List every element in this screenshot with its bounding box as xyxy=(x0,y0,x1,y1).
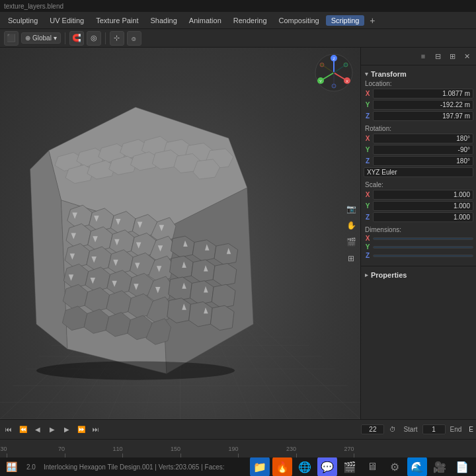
taskbar-cinema[interactable]: 🎥 xyxy=(430,457,450,476)
status-file-icon[interactable]: 🪟 xyxy=(4,459,19,474)
menu-scripting[interactable]: Scripting xyxy=(326,15,365,26)
menu-texture-paint[interactable]: Texture Paint xyxy=(91,15,143,26)
menu-compositing[interactable]: Compositing xyxy=(274,15,325,26)
ruler-tick-110: 110 xyxy=(122,454,123,457)
viewport-hand-icon[interactable]: ✋ xyxy=(344,218,358,233)
menu-rendering[interactable]: Rendering xyxy=(228,15,272,26)
dim-x-row: X xyxy=(364,235,473,242)
rotation-group: Rotation: X 180° Y -90° Z 180° XYZ Euler xyxy=(364,125,473,177)
timeline-start-frame[interactable]: 1 xyxy=(422,424,446,434)
properties-header[interactable]: Properties xyxy=(364,269,473,281)
timeline-prev-keyframe-btn[interactable]: ⏪ xyxy=(17,424,29,436)
timer-icon[interactable]: ⏱ xyxy=(387,424,399,436)
taskbar-terminal[interactable]: 🖥 xyxy=(362,457,382,476)
rotation-y-axis: Y xyxy=(364,146,372,153)
svg-point-122 xyxy=(320,63,324,67)
title-text: texture_layers.blend xyxy=(4,3,63,10)
panel-icon-3[interactable]: ⊞ xyxy=(446,50,459,63)
transform-orient-icon[interactable]: ⌾ xyxy=(127,31,141,46)
global-transform-button[interactable]: ⊕ Global ▾ xyxy=(21,32,61,44)
menu-sculpting[interactable]: Sculpting xyxy=(3,15,43,26)
rotation-y-value[interactable]: -90° xyxy=(373,145,473,155)
timeline-play-btn[interactable]: ▶ xyxy=(46,424,58,436)
taskbar-discord[interactable]: 💬 xyxy=(317,457,337,476)
menu-shading[interactable]: Shading xyxy=(145,15,182,26)
viewport-camera-icon[interactable]: 📷 xyxy=(344,202,358,216)
timeline-end-btn[interactable]: ⏭ xyxy=(90,424,102,436)
frame-ruler[interactable]: 30 70 110 150 190 230 270 xyxy=(0,439,476,457)
timeline-next-keyframe-btn[interactable]: ⏩ xyxy=(75,424,87,436)
version-text: 2.0 xyxy=(26,463,36,471)
viewport-gizmo[interactable]: Z X Y xyxy=(314,53,354,93)
scale-x-axis: X xyxy=(364,191,372,198)
taskbar-files[interactable]: 📁 xyxy=(250,457,270,476)
transform-section: Transform Location: X 1.0877 m Y -192.22… xyxy=(361,65,476,266)
location-z-row: Z 197.97 m xyxy=(364,111,473,121)
status-bar: 🪟 2.0 Interlocking Hexagon Tile Design.0… xyxy=(0,457,476,476)
timeline-next-frame-btn[interactable]: ▶ xyxy=(61,424,73,436)
transform-header[interactable]: Transform xyxy=(364,68,473,80)
svg-point-108 xyxy=(36,362,235,380)
viewport-3d[interactable]: Z X Y 📷 ✋ 🎬 ⊞ xyxy=(0,48,360,419)
proportional-edit-icon[interactable]: ◎ xyxy=(87,31,101,46)
viewport-render-icon[interactable]: 🎬 xyxy=(344,235,358,249)
taskbar-edge[interactable]: 🌊 xyxy=(407,457,427,476)
dim-z-value[interactable] xyxy=(373,255,473,257)
viewport-mode-icon[interactable]: ⬛ xyxy=(4,31,19,46)
ruler-tick-70: 70 xyxy=(65,454,65,457)
snap-icon[interactable]: 🧲 xyxy=(69,31,84,46)
scale-x-value[interactable]: 1.000 xyxy=(373,190,473,200)
location-z-value[interactable]: 197.97 m xyxy=(373,111,473,121)
dim-x-value[interactable] xyxy=(373,237,473,240)
panel-icon-2[interactable]: ⊟ xyxy=(431,50,444,63)
panel-icon-1[interactable]: ≡ xyxy=(416,50,430,63)
rotation-x-value[interactable]: 180° xyxy=(373,134,473,143)
scale-label: Scale: xyxy=(364,181,473,188)
euler-mode-value[interactable]: XYZ Euler xyxy=(364,167,473,177)
menu-uv-editing[interactable]: UV Editing xyxy=(44,15,89,26)
content-area: Z X Y 📷 ✋ 🎬 ⊞ xyxy=(0,48,476,419)
scale-z-value[interactable]: 1.000 xyxy=(373,212,473,222)
timeline-start-btn[interactable]: ⏮ xyxy=(3,424,15,436)
scale-y-axis: Y xyxy=(364,202,372,210)
taskbar-settings[interactable]: ⚙ xyxy=(385,457,405,476)
taskbar-chrome[interactable]: 🌐 xyxy=(295,457,315,476)
menu-animation[interactable]: Animation xyxy=(184,15,227,26)
taskbar-notepads[interactable]: 📄 xyxy=(452,457,472,476)
timeline-prev-frame-btn[interactable]: ◀ xyxy=(32,424,44,436)
dimensions-label: Dimensions: xyxy=(364,226,473,233)
ruler-tick-230: 230 xyxy=(296,454,297,457)
timeline-area: ⏮ ⏪ ◀ ▶ ▶ ⏩ ⏭ 22 ⏱ Start 1 End E xyxy=(0,419,476,439)
add-workspace-button[interactable]: + xyxy=(366,14,379,27)
panel-close-icon[interactable]: ✕ xyxy=(460,50,473,63)
location-y-row: Y -192.22 m xyxy=(364,100,473,110)
rotation-z-axis: Z xyxy=(364,157,372,165)
taskbar-apps: 📁 🔥 🌐 💬 🎬 🖥 ⚙ 🌊 🎥 📄 xyxy=(250,457,472,476)
scale-y-value[interactable]: 1.000 xyxy=(373,201,473,211)
location-z-axis: Z xyxy=(364,112,372,120)
svg-text:Z: Z xyxy=(333,57,335,61)
dim-y-value[interactable] xyxy=(373,246,473,249)
global-icon: ⊕ xyxy=(25,34,30,42)
location-x-value[interactable]: 1.0877 m xyxy=(373,89,473,99)
ruler-tick-190: 190 xyxy=(238,454,239,457)
timeline-start-label: Start xyxy=(401,426,419,433)
scale-group: Scale: X 1.000 Y 1.000 Z 1.000 xyxy=(364,181,473,222)
taskbar-blender[interactable]: 🔥 xyxy=(272,457,292,476)
scale-z-row: Z 1.000 xyxy=(364,212,473,222)
end-frame-indicator: E xyxy=(469,426,473,433)
location-y-value[interactable]: -192.22 m xyxy=(373,100,473,110)
rotation-x-axis: X xyxy=(364,135,372,142)
taskbar-videos[interactable]: 🎬 xyxy=(340,457,360,476)
transform-pivot-icon[interactable]: ⊹ xyxy=(110,31,124,46)
toolbar: ⬛ ⊕ Global ▾ 🧲 ◎ ⊹ ⌾ xyxy=(0,29,476,48)
dropdown-arrow-icon: ▾ xyxy=(54,34,57,42)
rotation-z-value[interactable]: 180° xyxy=(373,156,473,166)
frame-number-input[interactable]: 22 xyxy=(361,424,384,434)
viewport-overlay-icon[interactable]: ⊞ xyxy=(344,251,358,266)
location-y-axis: Y xyxy=(364,101,372,108)
dim-x-axis: X xyxy=(364,235,372,242)
dimensions-group: Dimensions: X Y Z xyxy=(364,226,473,259)
location-group: Location: X 1.0877 m Y -192.22 m Z 197.9… xyxy=(364,80,473,121)
location-label: Location: xyxy=(364,80,473,87)
